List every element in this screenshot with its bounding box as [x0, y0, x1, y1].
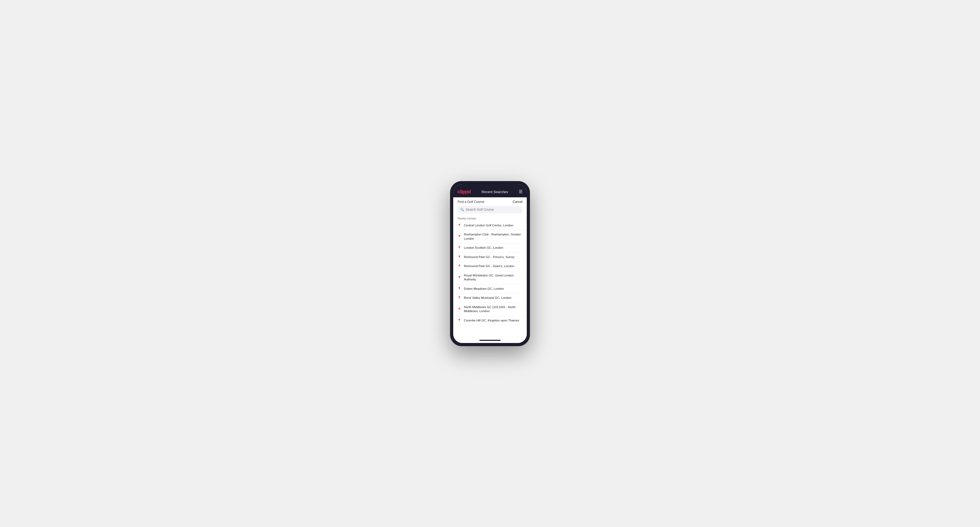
course-list-item[interactable]: 📍Coombe Hill GC, Kingston upon Thames: [453, 316, 527, 325]
course-list-item[interactable]: 📍Richmond Park GC - Duke's, London: [453, 262, 527, 271]
course-name: Roehampton Club - Roehampton, Greater Lo…: [464, 232, 522, 241]
search-bar[interactable]: 🔍: [458, 206, 522, 213]
location-pin-icon: 📍: [458, 276, 461, 279]
app-logo: clippd: [458, 189, 471, 195]
course-list-item[interactable]: 📍London Scottish GC, London: [453, 243, 527, 253]
location-pin-icon: 📍: [458, 264, 461, 268]
course-list-item[interactable]: 📍Brent Valley Municipal GC, London: [453, 294, 527, 303]
course-name: Richmond Park GC - Duke's, London: [464, 264, 514, 268]
search-input[interactable]: [466, 208, 520, 211]
phone-screen: clippd Recent Searches ☰ Find a Golf Cou…: [453, 184, 527, 343]
location-pin-icon: 📍: [458, 319, 461, 322]
course-list-item[interactable]: 📍Richmond Park GC - Prince's, Surrey: [453, 253, 527, 262]
course-list: 📍Central London Golf Centre, London📍Roeh…: [453, 221, 527, 338]
cancel-button[interactable]: Cancel: [513, 200, 522, 204]
find-header: Find a Golf Course Cancel: [453, 197, 527, 206]
location-pin-icon: 📍: [458, 224, 461, 227]
course-list-item[interactable]: 📍Roehampton Club - Roehampton, Greater L…: [453, 230, 527, 243]
course-list-item[interactable]: 📍North Middlesex GC (1011942 - North Mid…: [453, 303, 527, 316]
location-pin-icon: 📍: [458, 235, 461, 238]
notch: [453, 184, 527, 187]
course-name: Richmond Park GC - Prince's, Surrey: [464, 255, 514, 259]
location-pin-icon: 📍: [458, 256, 461, 259]
search-icon: 🔍: [460, 208, 464, 211]
home-bar: [479, 340, 501, 341]
menu-icon[interactable]: ☰: [519, 190, 522, 194]
course-name: London Scottish GC, London: [464, 246, 503, 250]
course-list-item[interactable]: 📍Royal Wimbledon GC, Great London Author…: [453, 271, 527, 284]
course-list-item[interactable]: 📍Dukes Meadows GC, London: [453, 284, 527, 294]
course-name: Royal Wimbledon GC, Great London Authori…: [464, 273, 522, 282]
course-name: Central London Golf Centre, London: [464, 224, 513, 228]
content-area: Find a Golf Course Cancel 🔍 Nearby cours…: [453, 197, 527, 338]
home-indicator: [453, 338, 527, 343]
nearby-section-label: Nearby courses: [453, 216, 527, 221]
course-name: Brent Valley Municipal GC, London: [464, 296, 511, 300]
phone-frame: clippd Recent Searches ☰ Find a Golf Cou…: [450, 181, 530, 346]
course-name: North Middlesex GC (1011942 - North Midd…: [464, 305, 522, 313]
location-pin-icon: 📍: [458, 287, 461, 290]
location-pin-icon: 📍: [458, 246, 461, 249]
course-name: Coombe Hill GC, Kingston upon Thames: [464, 319, 519, 323]
location-pin-icon: 📍: [458, 296, 461, 300]
app-title: Recent Searches: [482, 190, 508, 194]
course-name: Dukes Meadows GC, London: [464, 287, 504, 291]
find-label: Find a Golf Course: [458, 200, 484, 204]
course-list-item[interactable]: 📍Central London Golf Centre, London: [453, 221, 527, 230]
location-pin-icon: 📍: [458, 308, 461, 311]
app-header: clippd Recent Searches ☰: [453, 187, 527, 197]
